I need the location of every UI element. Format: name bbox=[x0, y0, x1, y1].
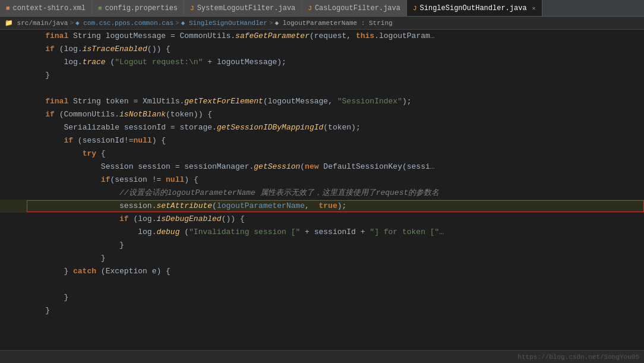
code-line: if (CommonUtils.isNotBlank(token)) { bbox=[0, 108, 644, 121]
code-line: } bbox=[0, 239, 644, 252]
tab-label: context-shiro.xml bbox=[13, 4, 86, 12]
line-content: if (CommonUtils.isNotBlank(token)) { bbox=[27, 108, 644, 121]
prop-icon: ■ bbox=[98, 5, 102, 12]
line-content: final String logoutMessage = CommonUtils… bbox=[27, 30, 644, 43]
tab-context-shiro[interactable]: ■ context-shiro.xml bbox=[0, 0, 92, 16]
breadcrumb-class: ◆ SingleSignOutHandler bbox=[181, 19, 267, 27]
line-content bbox=[27, 82, 644, 95]
tab-cas-logout-filter[interactable]: J CasLogoutFilter.java bbox=[302, 0, 407, 16]
watermark-bar: https://blog.csdn.net/SongYou05 bbox=[0, 350, 644, 363]
code-line: //设置会话的logoutParameterName 属性表示无效了，这里直接使… bbox=[0, 187, 644, 200]
code-area: final String logoutMessage = CommonUtils… bbox=[0, 30, 644, 350]
code-line: } bbox=[0, 304, 644, 317]
code-line: } bbox=[0, 69, 644, 82]
line-content: Session session = sessionManager.getSess… bbox=[27, 160, 644, 173]
code-line bbox=[0, 82, 644, 95]
tab-config-properties[interactable]: ■ config.properties bbox=[92, 0, 184, 16]
line-content: session.setAttribute(logoutParameterName… bbox=[27, 200, 644, 213]
java-icon: J bbox=[308, 5, 312, 12]
tab-label: CasLogoutFilter.java bbox=[315, 4, 400, 12]
code-line: log.trace ("Logout request:\n" + logoutM… bbox=[0, 56, 644, 69]
line-content: } bbox=[27, 69, 644, 82]
tab-bar: ■ context-shiro.xml ■ config.properties … bbox=[0, 0, 644, 17]
code-line: final String logoutMessage = CommonUtils… bbox=[0, 30, 644, 43]
line-content: log.trace ("Logout request:\n" + logoutM… bbox=[27, 56, 644, 69]
code-line: final String token = XmlUtils.getTextFor… bbox=[0, 95, 644, 108]
breadcrumb-src: 📁 src/main/java bbox=[5, 19, 68, 27]
code-line: Serializable sessionId = storage.getSess… bbox=[0, 121, 644, 134]
java-icon: J bbox=[413, 5, 417, 12]
line-content: final String token = XmlUtils.getTextFor… bbox=[27, 95, 644, 108]
line-content: } bbox=[27, 252, 644, 265]
line-content: //设置会话的logoutParameterName 属性表示无效了，这里直接使… bbox=[27, 187, 644, 200]
code-line: try { bbox=[0, 147, 644, 160]
code-line: } bbox=[0, 252, 644, 265]
line-content: } catch (Exception e) { bbox=[27, 265, 644, 278]
code-line: log.debug ("Invalidating session [" + se… bbox=[0, 226, 644, 239]
java-icon: J bbox=[190, 5, 194, 12]
code-line: Session session = sessionManager.getSess… bbox=[0, 160, 644, 173]
line-content: Serializable sessionId = storage.getSess… bbox=[27, 121, 644, 134]
code-line: if (log.isTraceEnabled()) { bbox=[0, 43, 644, 56]
line-content: if (log.isDebugEnabled()) { bbox=[27, 213, 644, 226]
tab-close-icon[interactable]: ✕ bbox=[532, 5, 536, 12]
line-content: } bbox=[27, 304, 644, 317]
line-content: } bbox=[27, 239, 644, 252]
code-line: if(session != null) { bbox=[0, 173, 644, 187]
line-content: if(session != null) { bbox=[27, 173, 644, 187]
line-content: } bbox=[27, 291, 644, 304]
watermark-text: https://blog.csdn.net/SongYou05 bbox=[517, 353, 639, 361]
line-content: try { bbox=[27, 147, 644, 160]
tab-system-logout-filter[interactable]: J SystemLogoutFilter.java bbox=[184, 0, 302, 16]
line-content bbox=[27, 278, 644, 291]
tab-label: SystemLogoutFilter.java bbox=[197, 4, 296, 12]
breadcrumb-member: ◆ logoutParameterName : String bbox=[275, 19, 393, 27]
tab-single-sign-out-handler[interactable]: J SingleSignOutHandler.java ✕ bbox=[407, 0, 542, 16]
code-line: if (sessionId!=null) { bbox=[0, 134, 644, 147]
line-content: if (sessionId!=null) { bbox=[27, 134, 644, 147]
tab-label: SingleSignOutHandler.java bbox=[420, 4, 527, 12]
tab-label: config.properties bbox=[105, 4, 178, 12]
code-line: } catch (Exception e) { bbox=[0, 265, 644, 278]
breadcrumb-package: ◆ com.csc.ppos.common.cas bbox=[75, 19, 173, 27]
line-content: log.debug ("Invalidating session [" + se… bbox=[27, 226, 644, 239]
highlighted-code-line: session.setAttribute(logoutParameterName… bbox=[0, 200, 644, 213]
xml-icon: ■ bbox=[6, 5, 10, 12]
code-line bbox=[0, 278, 644, 291]
breadcrumb: 📁 src/main/java > ◆ com.csc.ppos.common.… bbox=[0, 17, 644, 30]
code-line: if (log.isDebugEnabled()) { bbox=[0, 213, 644, 226]
code-line: } bbox=[0, 291, 644, 304]
line-content: if (log.isTraceEnabled()) { bbox=[27, 43, 644, 56]
